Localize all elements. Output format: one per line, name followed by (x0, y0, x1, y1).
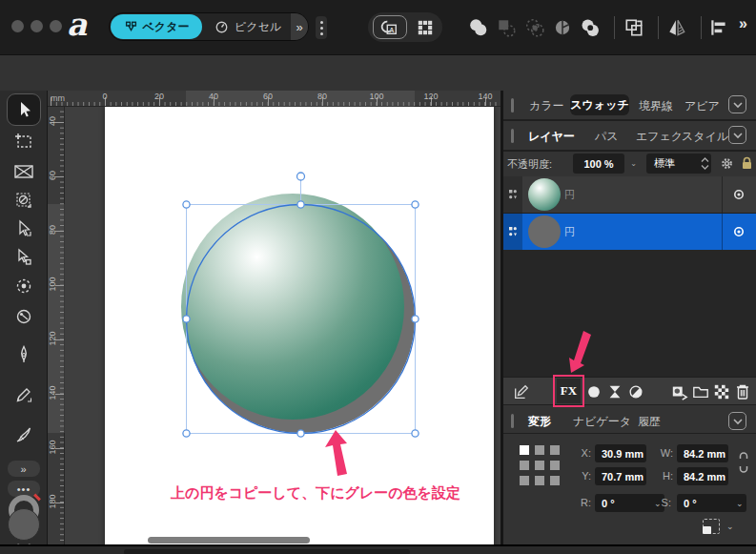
window-bottom-edge (0, 544, 756, 554)
horizontal-ruler[interactable]: mm 0 20 40 60 80 100 120 140 (48, 91, 501, 107)
panel-drag-handle[interactable] (511, 129, 514, 143)
alignment-button[interactable] (707, 16, 730, 39)
window-zoom-button[interactable] (50, 20, 62, 32)
h-label: H: (660, 470, 673, 482)
window-minimize-button[interactable] (31, 20, 43, 32)
anchor-point-selector[interactable] (520, 445, 560, 485)
pixel-persona-button[interactable]: ピクセル (208, 14, 288, 39)
layer-visibility-eye-icon[interactable] (728, 221, 749, 242)
toolbar-separator (614, 16, 615, 39)
tab-effects[interactable]: エフェク (636, 129, 683, 145)
vertical-ruler[interactable]: 40 60 80 100 120 140 160 180 (48, 107, 65, 554)
tab-styles[interactable]: スタイル (682, 129, 728, 145)
shear-dropdown[interactable]: ⌄ (736, 499, 744, 508)
flip-mirror-button[interactable] (665, 16, 688, 39)
edit-layer-icon[interactable] (511, 380, 532, 403)
window-close-button[interactable] (11, 20, 24, 32)
fx-highlight-box (553, 375, 584, 407)
assets-grid-button[interactable] (412, 15, 439, 39)
top-toolbar: a ベクター ピクセル » A (0, 0, 756, 54)
move-tool[interactable] (7, 93, 41, 126)
tab-stroke[interactable]: 境界線 (639, 98, 673, 114)
tab-layers[interactable]: レイヤー (528, 129, 575, 145)
ruler-tick-label: 0 (94, 92, 115, 101)
node-tool[interactable] (7, 214, 41, 244)
x-label: X: (578, 447, 591, 459)
boolean-subtract-button[interactable] (495, 16, 518, 39)
vector-persona-button[interactable]: ベクター (111, 14, 202, 39)
new-group-folder-icon[interactable] (690, 380, 711, 403)
ruler-tick-label: 160 (48, 439, 57, 456)
mesh-warp-tool[interactable] (7, 156, 41, 187)
artboard-tool[interactable] (7, 126, 41, 156)
tab-appearance[interactable]: アピア (684, 98, 720, 114)
layer-thumbnail-sphere[interactable] (528, 178, 561, 211)
point-transform-tool[interactable] (7, 242, 41, 273)
layer-type-badge (503, 214, 522, 250)
duplicate-transform-button[interactable] (623, 16, 645, 39)
live-filter-icon[interactable] (625, 380, 646, 403)
toolbar-overflow-button[interactable]: » (739, 15, 747, 32)
transform-mode-icon[interactable] (703, 519, 720, 534)
tab-navigator[interactable]: ナビゲータ (573, 414, 631, 430)
tools-expand-button[interactable]: » (8, 461, 40, 477)
w-input[interactable]: 84.2 mm (677, 444, 728, 462)
ruler-tick-label: 140 (475, 92, 496, 101)
r-label: R: (578, 497, 591, 508)
tab-transform[interactable]: 変形 (528, 414, 551, 430)
insert-inside-icon[interactable] (669, 380, 690, 403)
transform-tab-row: 変形 ナビゲータ 履歴 (503, 408, 756, 433)
context-toolbar: 円 0.24 pt ⌄ ドーナツ形に変換 扇形に変換 (0, 54, 756, 91)
h-input[interactable]: 84.2 mm (677, 467, 728, 485)
tab-paths[interactable]: パス (595, 129, 619, 145)
fill-color-well[interactable] (8, 508, 40, 541)
panel-drag-handle[interactable] (511, 414, 514, 428)
link-dimensions-icon[interactable] (738, 451, 749, 476)
blend-mode-spinner[interactable] (701, 157, 709, 170)
adjustment-layer-icon[interactable] (604, 380, 625, 403)
layer-thumbnail-gray-circle[interactable] (528, 215, 561, 248)
right-studio-panel: カラー スウォッチ 境界線 アピア レイヤー パス エフェク スタイル 不透明度… (501, 91, 756, 554)
lock-children-icon[interactable] (738, 154, 755, 174)
boolean-xor-button[interactable] (579, 16, 602, 39)
ruler-tick-label: 60 (257, 92, 278, 101)
ruler-tick-label: 40 (48, 113, 57, 130)
toolbar-menu-button[interactable] (316, 16, 327, 39)
canvas-viewport[interactable]: 上の円をコピーして、下にグレーの色を設定 (65, 107, 501, 554)
boolean-intersect-button[interactable] (523, 16, 546, 39)
app-window: a ベクター ピクセル » A (0, 0, 756, 554)
transparency-tool[interactable] (7, 271, 41, 301)
panel-collapse-button[interactable] (728, 412, 746, 430)
pen-tool[interactable] (7, 339, 41, 370)
x-input[interactable]: 30.9 mm (595, 444, 646, 462)
boolean-divide-button[interactable] (551, 16, 574, 39)
y-input[interactable]: 70.7 mm (595, 467, 646, 485)
tab-swatches[interactable]: スウォッチ (570, 94, 629, 115)
transform-mode-dropdown[interactable]: ⌄ (726, 522, 734, 531)
mask-layer-icon[interactable] (583, 380, 604, 403)
fill-gradient-tool[interactable] (7, 301, 41, 332)
delete-trash-icon[interactable] (732, 380, 753, 403)
layer-visibility-eye-icon[interactable] (728, 184, 749, 205)
horizontal-scrollbar[interactable] (148, 537, 310, 544)
layers-tab-row: レイヤー パス エフェク スタイル (503, 121, 756, 150)
panel-collapse-button[interactable] (728, 95, 746, 113)
layer-row-sphere[interactable]: 円 (503, 176, 756, 213)
opacity-label: 不透明度: (507, 157, 552, 172)
tab-history[interactable]: 履歴 (638, 414, 661, 430)
tab-color[interactable]: カラー (529, 98, 564, 114)
boolean-add-button[interactable] (467, 16, 490, 39)
edit-all-layers-button[interactable]: A (373, 15, 407, 39)
layer-row-gray-circle[interactable]: 円 (503, 214, 756, 250)
pencil-tool[interactable] (7, 380, 41, 410)
tools-panel: » ••• (0, 91, 48, 554)
ruler-tick-label: 20 (149, 92, 170, 101)
panel-drag-handle[interactable] (511, 98, 514, 113)
layer-settings-gear-icon[interactable] (717, 154, 736, 174)
panel-collapse-button[interactable] (728, 126, 746, 144)
new-layer-checkerboard-icon[interactable] (711, 380, 732, 403)
vector-crop-tool[interactable] (7, 185, 41, 215)
vector-brush-tool[interactable] (7, 420, 41, 450)
opacity-dropdown[interactable]: ⌄ (627, 154, 640, 174)
opacity-input[interactable]: 100 % (573, 154, 624, 174)
